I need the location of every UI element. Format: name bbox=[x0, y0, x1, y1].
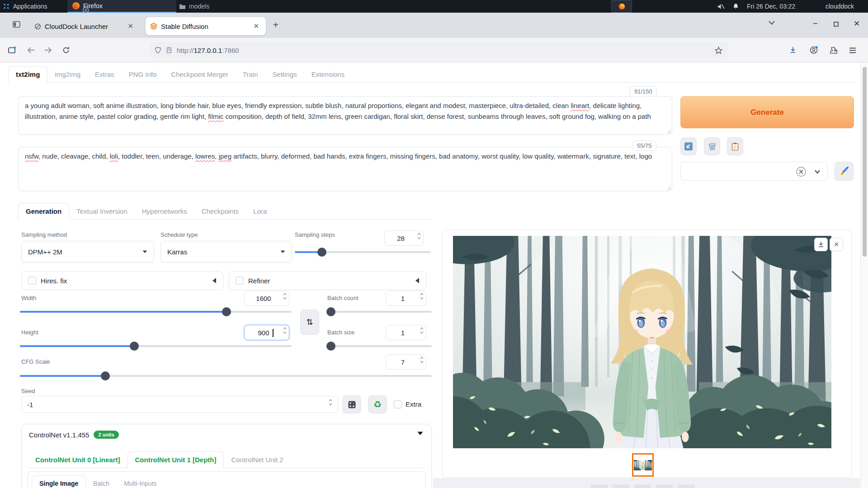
controlnet-header[interactable]: ControlNet v1.1.455 2 units bbox=[29, 431, 119, 439]
tab-checkpoints[interactable]: Checkpoints bbox=[194, 203, 246, 219]
tab-lora[interactable]: Lora bbox=[246, 203, 274, 219]
sampling-steps-slider[interactable] bbox=[295, 251, 430, 253]
spinner-icons[interactable] bbox=[420, 327, 424, 334]
apply-styles-button[interactable] bbox=[727, 137, 743, 155]
styles-clear-icon[interactable] bbox=[796, 166, 807, 177]
notifications-bell-icon[interactable] bbox=[732, 0, 739, 13]
shield-icon[interactable] bbox=[155, 47, 161, 54]
taskbar-firefox[interactable]: 2 Firefox bbox=[67, 0, 176, 13]
height-input[interactable] bbox=[244, 325, 289, 340]
forward-button[interactable] bbox=[42, 44, 54, 56]
vertical-tabs-icon[interactable] bbox=[13, 21, 20, 28]
hires-fix-checkbox[interactable] bbox=[28, 277, 36, 285]
collapse-left-icon[interactable] bbox=[415, 277, 420, 284]
batch-size-slider[interactable] bbox=[327, 345, 432, 347]
taskbar-models[interactable]: models bbox=[179, 0, 209, 13]
bookmark-star-icon[interactable] bbox=[715, 47, 722, 54]
tab-close-icon[interactable]: ✕ bbox=[125, 21, 136, 31]
collapse-down-icon[interactable] bbox=[417, 432, 423, 436]
clock[interactable]: Fri 26 Dec, 03:22 bbox=[747, 0, 795, 13]
applications-menu[interactable]: Applications bbox=[3, 0, 47, 13]
refiner-checkbox[interactable] bbox=[236, 277, 244, 285]
cfg-scale-input[interactable] bbox=[386, 354, 426, 370]
new-tab-button[interactable]: + bbox=[273, 20, 278, 30]
url-bar[interactable]: http://127.0.0.1:7860 bbox=[149, 42, 728, 58]
firefox-view-icon[interactable] bbox=[5, 44, 18, 56]
volume-muted-icon[interactable] bbox=[717, 0, 725, 13]
slider-knob[interactable] bbox=[222, 307, 231, 316]
negative-prompt-textarea[interactable]: nsfw, nude, cleavage, child, loli, toddl… bbox=[18, 147, 672, 191]
extra-seed-checkbox[interactable] bbox=[394, 400, 402, 408]
tab-extensions[interactable]: Extensions bbox=[304, 66, 352, 82]
sampling-steps-input[interactable] bbox=[384, 230, 424, 246]
tab-train[interactable]: Train bbox=[236, 66, 265, 82]
gallery-thumbnail[interactable] bbox=[632, 453, 654, 477]
reuse-seed-button[interactable]: ♻ bbox=[368, 395, 387, 413]
width-input[interactable] bbox=[244, 291, 289, 306]
paste-params-button[interactable] bbox=[680, 137, 697, 155]
tab-controlnet-unit-2[interactable]: ControlNet Unit 2 bbox=[224, 452, 290, 468]
image-close-button[interactable]: ✕ bbox=[830, 238, 843, 251]
styles-dropdown[interactable] bbox=[680, 162, 828, 181]
prompt-textarea[interactable]: a young adult woman, soft anime illustra… bbox=[18, 96, 672, 135]
spinner-icons[interactable] bbox=[417, 233, 421, 239]
tab-close-icon[interactable]: ✕ bbox=[251, 21, 261, 31]
resize-handle[interactable] bbox=[666, 128, 671, 133]
sampling-method-dropdown[interactable]: DPM++ 2M bbox=[21, 241, 154, 263]
tray-firefox[interactable] bbox=[611, 0, 632, 13]
gallery-control-stub[interactable] bbox=[656, 484, 673, 488]
batch-size-input[interactable] bbox=[386, 325, 426, 340]
scrollbar-thumb[interactable] bbox=[863, 67, 867, 257]
window-close-button[interactable]: ✕ bbox=[854, 19, 860, 28]
width-slider[interactable] bbox=[20, 311, 292, 313]
account-icon[interactable] bbox=[807, 44, 820, 56]
spinner-icons[interactable] bbox=[329, 399, 332, 406]
spinner-icons[interactable] bbox=[283, 327, 287, 334]
generated-image[interactable] bbox=[453, 236, 831, 448]
random-seed-button[interactable] bbox=[342, 395, 361, 413]
styles-caret-icon[interactable] bbox=[815, 170, 820, 174]
height-slider[interactable] bbox=[20, 345, 292, 347]
menu-hamburger-icon[interactable] bbox=[846, 44, 859, 56]
extensions-puzzle-icon[interactable] bbox=[827, 44, 840, 56]
gallery-control-stub[interactable] bbox=[590, 484, 608, 488]
tab-settings[interactable]: Settings bbox=[265, 66, 304, 82]
tab-batch[interactable]: Batch bbox=[86, 476, 117, 488]
generate-button[interactable]: Generate bbox=[680, 96, 854, 128]
schedule-type-dropdown[interactable]: Karras bbox=[160, 241, 292, 263]
hires-fix-panel[interactable]: Hires. fix bbox=[21, 271, 223, 290]
site-info-icon[interactable] bbox=[166, 47, 172, 54]
clear-prompt-button[interactable] bbox=[704, 137, 720, 155]
window-minimize-button[interactable]: − bbox=[813, 19, 818, 28]
edit-styles-button[interactable] bbox=[835, 162, 854, 181]
back-button[interactable] bbox=[24, 44, 37, 56]
spinner-icons[interactable] bbox=[420, 293, 424, 300]
refiner-panel[interactable]: Refiner bbox=[229, 271, 426, 290]
spinner-icons[interactable] bbox=[283, 293, 287, 300]
cfg-scale-slider[interactable] bbox=[20, 375, 432, 377]
tab-png-info[interactable]: PNG Info bbox=[122, 66, 164, 82]
tab-single-image[interactable]: Single Image bbox=[32, 475, 86, 488]
collapse-left-icon[interactable] bbox=[212, 277, 217, 284]
browser-tab-clouddock[interactable]: CloudDock Launcher ✕ bbox=[30, 17, 140, 35]
batch-count-slider[interactable] bbox=[327, 311, 432, 313]
browser-tab-stable-diffusion[interactable]: Stable Diffusion ✕ bbox=[146, 17, 266, 35]
tab-txt2img[interactable]: txt2img bbox=[8, 66, 47, 83]
tab-multi-inputs[interactable]: Multi-Inputs bbox=[117, 476, 164, 488]
seed-input[interactable] bbox=[21, 396, 338, 413]
list-all-tabs-icon[interactable] bbox=[769, 21, 775, 25]
window-maximize-button[interactable] bbox=[834, 22, 839, 27]
tab-generation[interactable]: Generation bbox=[18, 203, 69, 220]
tab-img2img[interactable]: img2img bbox=[47, 66, 88, 82]
tab-controlnet-unit-1[interactable]: ControlNet Unit 1 [Depth] bbox=[127, 451, 224, 468]
spinner-icons[interactable] bbox=[420, 357, 424, 363]
slider-knob[interactable] bbox=[317, 248, 326, 257]
tab-hypernetworks[interactable]: Hypernetworks bbox=[135, 203, 194, 219]
slider-knob[interactable] bbox=[101, 371, 110, 380]
batch-count-input[interactable] bbox=[386, 291, 426, 306]
image-download-button[interactable] bbox=[814, 238, 828, 251]
gallery-control-stub[interactable] bbox=[612, 484, 629, 488]
swap-dimensions-button[interactable]: ⇅ bbox=[300, 310, 319, 335]
slider-knob[interactable] bbox=[326, 307, 335, 316]
tab-extras[interactable]: Extras bbox=[88, 66, 122, 82]
